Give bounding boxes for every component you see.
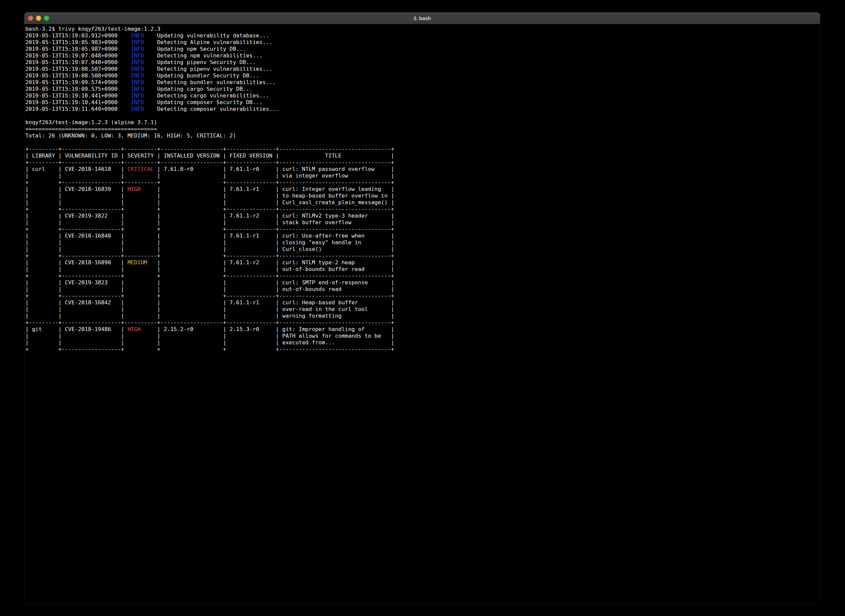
table-header-row: | LIBRARY | VULNERABILITY ID | SEVERITY … [25,153,820,159]
log-line: 2019-05-13T15:19:05.987+0900 INFO Updati… [25,46,820,53]
table-row-line: | | CVE-2019-3823 | | | | curl: SMTP end… [25,279,820,286]
zoom-button[interactable] [44,16,49,21]
terminal-output: bash-3.2$ trivy knqyf263/test-image:1.2.… [25,26,820,353]
table-row-line: | | | | | | warning formatting | [25,313,820,319]
log-line: 2019-05-13T15:19:10.441+0900 INFO Updati… [25,99,820,106]
log-line: 2019-05-13T15:19:10.441+0900 INFO Detect… [25,92,820,99]
table-row-line: | | | | | | over-read in the curl tool | [25,306,820,313]
table-separator: +---------+------------------+----------… [25,159,820,166]
window-titlebar[interactable]: 2. bash [24,12,820,24]
table-row-line: | git | CVE-2018-19486 | HIGH | 2.15.2-r… [25,326,820,333]
log-line: 2019-05-13T15:19:08.508+0900 INFO Updati… [25,72,820,79]
summary-line: Total: 26 (UNKNOWN: 0, LOW: 3, MEDIUM: 1… [25,132,820,139]
log-lines: 2019-05-13T15:19:03.912+0900 INFO Updati… [25,32,820,113]
target-line: knqyf263/test-image:1.2.3 (alpine 3.7.1) [25,119,820,126]
table-separator: + +------------------+ + +--------------… [25,293,820,299]
close-button[interactable] [28,16,33,21]
log-line: 2019-05-13T15:19:07.048+0900 INFO Updati… [25,59,820,66]
table-separator: +---------+------------------+----------… [25,146,820,153]
table-row-line: | | CVE-2019-3822 | | | 7.61.1-r2 | curl… [25,213,820,219]
blank-line [25,139,820,146]
table-separator: + +------------------+ + + +------------… [25,346,820,353]
log-line: 2019-05-13T15:19:03.912+0900 INFO Updati… [25,32,820,39]
prompt-line: bash-3.2$ trivy knqyf263/test-image:1.2.… [25,26,820,32]
table-row-line: | curl | CVE-2018-14618 | CRITICAL | 7.6… [25,166,820,173]
table-row-line: | | | | | | closing "easy" handle in | [25,239,820,246]
log-line: 2019-05-13T15:19:07.048+0900 INFO Detect… [25,53,820,59]
traffic-lights [24,16,49,21]
minimize-button[interactable] [36,16,41,21]
table-row-line: | | | | | | via integer overflow | [25,173,820,179]
log-line: 2019-05-13T15:19:09.575+0900 INFO Updati… [25,86,820,92]
table-separator: + +------------------+----------+ +-----… [25,252,820,259]
log-line: 2019-05-13T15:19:05.983+0900 INFO Detect… [25,39,820,46]
table-separator: + +------------------+ + +--------------… [25,226,820,233]
table-row-line: | | CVE-2018-16839 | HIGH | | 7.61.1-r1 … [25,186,820,192]
vulnerability-table: +---------+------------------+----------… [25,146,820,353]
log-line: 2019-05-13T15:19:09.574+0900 INFO Detect… [25,79,820,86]
table-row-line: | | | | | | to heap-based buffer overflo… [25,192,820,199]
table-row-line: | | CVE-2018-16842 | | | 7.61.1-r1 | cur… [25,299,820,306]
terminal-window: 2. bash bash-3.2$ trivy knqyf263/test-im… [24,12,820,605]
window-title: 2. bash [24,15,820,21]
table-row-line: | | | | | | executed from... | [25,339,820,346]
table-row-line: | | | | | | PATH allows for commands to … [25,333,820,339]
table-separator: + +------------------+ + +--------------… [25,206,820,213]
log-line: 2019-05-13T15:19:11.649+0900 INFO Detect… [25,106,820,113]
log-line: 2019-05-13T15:19:08.507+0900 INFO Detect… [25,66,820,72]
table-row-line: | | | | | | Curl_close() | [25,246,820,252]
table-row-line: | | CVE-2018-16890 | MEDIUM | | 7.61.1-r… [25,259,820,266]
table-separator: + +------------------+ + +--------------… [25,273,820,279]
table-row-line: | | | | | | out-of-bounds buffer read | [25,266,820,273]
table-separator: + +------------------+----------+ +-----… [25,179,820,186]
table-row-line: | | | | | | Curl_sasl_create_plain_messa… [25,199,820,206]
table-separator: +---------+------------------+----------… [25,319,820,326]
terminal-screen[interactable]: bash-3.2$ trivy knqyf263/test-image:1.2.… [24,25,820,604]
table-row-line: | | | | | | out-of-bounds read | [25,286,820,293]
blank-line [25,113,820,119]
table-row-line: | | CVE-2018-16840 | | | 7.61.1-r1 | cur… [25,233,820,239]
target-separator: ======================================== [25,126,820,132]
table-row-line: | | | | | | stack buffer overflow | [25,219,820,226]
